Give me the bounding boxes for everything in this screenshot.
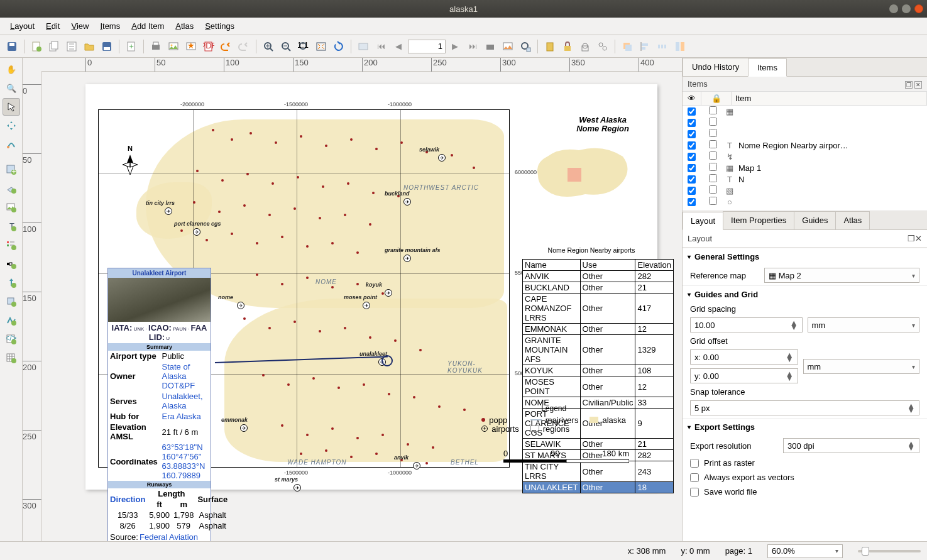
export-atlas-image-icon[interactable]: [500, 38, 516, 55]
add-from-template-icon[interactable]: +: [123, 38, 140, 55]
distribute-icon[interactable]: [654, 38, 671, 55]
list-item[interactable]: ↯: [683, 151, 927, 162]
open-template-icon[interactable]: [81, 38, 97, 55]
duplicate-layout-icon[interactable]: [46, 38, 62, 55]
window-close-button[interactable]: [914, 4, 923, 13]
grid-spacing-input[interactable]: 10.00▲▼: [690, 317, 803, 332]
pan-tool-icon[interactable]: ✋: [3, 60, 20, 78]
list-item[interactable]: TN: [683, 173, 927, 185]
window-minimize-button[interactable]: [889, 4, 898, 13]
panel-close-icon[interactable]: ✕: [914, 81, 922, 89]
add-3dmap-icon[interactable]: [3, 180, 20, 197]
menu-settings[interactable]: Settings: [200, 19, 239, 33]
list-item[interactable]: ▦: [683, 106, 927, 117]
tab-undo-history[interactable]: Undo History: [683, 58, 749, 76]
canvas-scroll[interactable]: -2000000 -1500000 -1000000 -2000000 -150…: [41, 72, 682, 541]
panel-undock-icon[interactable]: ❐: [905, 81, 913, 89]
save-world-file-checkbox[interactable]: [690, 488, 699, 497]
save-template-icon[interactable]: [99, 38, 115, 55]
edit-nodes-tool-icon[interactable]: [3, 136, 20, 153]
add-node-item-icon[interactable]: [3, 312, 20, 329]
group-icon[interactable]: [595, 38, 611, 55]
redo-icon[interactable]: [236, 38, 252, 55]
align-left-icon[interactable]: [637, 38, 653, 55]
window-maximize-button[interactable]: [902, 4, 911, 13]
paste-icon[interactable]: [542, 38, 558, 55]
add-table-icon[interactable]: [3, 349, 20, 367]
next-feature-icon[interactable]: ▶: [447, 38, 463, 55]
add-legend-icon[interactable]: [3, 236, 20, 254]
tab-guides[interactable]: Guides: [794, 211, 836, 229]
list-item[interactable]: ▦Map 1: [683, 162, 927, 173]
print-icon[interactable]: [148, 38, 164, 55]
move-content-tool-icon[interactable]: [3, 117, 20, 135]
layout-manager-icon[interactable]: [63, 38, 80, 55]
menu-edit[interactable]: Edit: [41, 19, 65, 33]
undo-icon[interactable]: [218, 38, 234, 55]
section-general-settings[interactable]: General Settings: [683, 248, 927, 265]
raise-icon[interactable]: [619, 38, 635, 55]
atlas-settings-icon[interactable]: [517, 38, 534, 55]
grid-spacing-unit-dropdown[interactable]: mm: [808, 317, 920, 332]
resize-icon[interactable]: [672, 38, 688, 55]
add-label-icon[interactable]: T: [3, 217, 20, 235]
prev-feature-icon[interactable]: ◀: [390, 38, 407, 55]
inset-map[interactable]: [529, 138, 635, 207]
add-shape-icon[interactable]: [3, 293, 20, 310]
zoom-combo[interactable]: 60.0%: [767, 544, 843, 558]
grid-offset-unit-dropdown[interactable]: mm: [803, 359, 920, 374]
first-feature-icon[interactable]: ⏮: [373, 38, 389, 55]
tab-item-properties[interactable]: Item Properties: [723, 211, 794, 229]
menu-items[interactable]: Items: [95, 19, 125, 33]
legend[interactable]: Legend popp ✈airports majrivers regions …: [481, 404, 626, 433]
save-icon[interactable]: [4, 38, 20, 55]
zoom-slider[interactable]: [858, 550, 921, 552]
pan-layout-icon[interactable]: [355, 38, 371, 55]
export-resolution-input[interactable]: 300 dpi▲▼: [783, 438, 919, 453]
menu-atlas[interactable]: Atlas: [170, 19, 199, 33]
menu-add-item[interactable]: Add Item: [126, 19, 169, 33]
zoom-actual-icon[interactable]: 1:1: [295, 38, 312, 55]
add-map-icon[interactable]: +: [3, 161, 20, 178]
print-as-raster-checkbox[interactable]: [690, 459, 699, 468]
zoom-tool-icon[interactable]: 🔍: [3, 79, 20, 97]
section-guides-grid[interactable]: Guides and Grid: [683, 285, 927, 303]
zoom-full-icon[interactable]: [313, 38, 329, 55]
unlock-icon[interactable]: [577, 38, 593, 55]
layout-page[interactable]: -2000000 -1500000 -1000000 -2000000 -150…: [85, 84, 657, 490]
panel-undock-icon[interactable]: ❐: [908, 234, 915, 243]
menu-view[interactable]: View: [66, 19, 94, 33]
list-item[interactable]: TNome Region Nearby airpor…: [683, 140, 927, 151]
print-atlas-icon[interactable]: [482, 38, 498, 55]
tab-layout[interactable]: Layout: [683, 212, 723, 230]
zoom-in-icon[interactable]: [260, 38, 277, 55]
export-image-icon[interactable]: [165, 38, 182, 55]
snap-tolerance-input[interactable]: 5 px▲▼: [690, 400, 919, 415]
menu-layout[interactable]: Layout: [5, 19, 40, 33]
export-pdf-icon[interactable]: PDF: [200, 38, 217, 55]
export-svg-icon[interactable]: ★: [183, 38, 199, 55]
zoom-out-icon[interactable]: [278, 38, 294, 55]
tab-atlas[interactable]: Atlas: [835, 211, 870, 229]
list-item[interactable]: [683, 117, 927, 128]
grid-offset-y-input[interactable]: y: 0.00▲▼: [690, 368, 798, 383]
list-item[interactable]: [683, 128, 927, 140]
grid-offset-x-input[interactable]: x: 0.00▲▼: [690, 349, 798, 365]
reference-map-dropdown[interactable]: ▦ Map 2: [764, 268, 919, 283]
new-layout-icon[interactable]: [28, 38, 45, 55]
panel-close-icon[interactable]: ✕: [915, 234, 922, 243]
refresh-icon[interactable]: [331, 38, 347, 55]
tab-items[interactable]: Items: [748, 58, 787, 77]
add-html-icon[interactable]: </>: [3, 331, 20, 348]
add-image-icon[interactable]: [3, 199, 20, 216]
scalebar[interactable]: 090180 km: [503, 449, 629, 464]
select-tool-icon[interactable]: [3, 98, 20, 116]
atlas-page-input[interactable]: [408, 40, 446, 53]
list-item[interactable]: ▧: [683, 185, 927, 196]
export-as-vectors-checkbox[interactable]: [690, 473, 699, 482]
lock-icon[interactable]: [559, 38, 576, 55]
last-feature-icon[interactable]: ⏭: [464, 38, 481, 55]
layout-properties-panel[interactable]: Layout❐✕ General Settings Reference map …: [683, 230, 927, 541]
add-scalebar-icon[interactable]: [3, 255, 20, 273]
add-arrow-tool-icon[interactable]: [3, 274, 20, 292]
